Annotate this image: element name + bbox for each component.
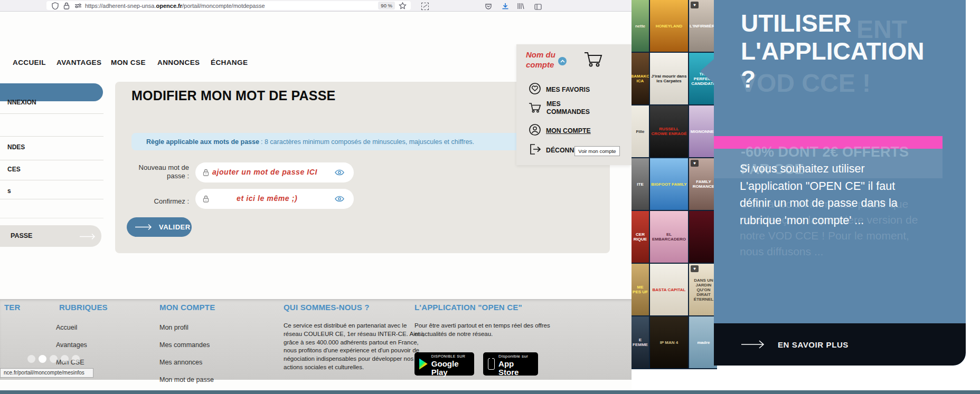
promo-text: Si vous souhaitez utiliser L'application… [740,160,898,229]
google-play-badge[interactable]: DISPONIBLE SUR Google Play [414,352,474,376]
carousel-dot-active[interactable] [39,355,46,363]
carousel-dot[interactable] [61,355,69,363]
library-icon[interactable] [517,2,524,11]
movie-poster[interactable]: BAMAKO ICA [632,53,649,104]
movie-poster[interactable]: ITE [632,158,649,210]
sidebar-item-annonces[interactable]: CES [7,166,21,173]
logout-icon [529,143,541,157]
zoom-level-indicator[interactable]: 90 % [378,2,395,9]
sidebar-toggle-icon[interactable] [534,2,542,11]
movie-poster[interactable]: Fille [632,105,649,157]
heart-badge-icon[interactable]: ♥ [691,2,699,8]
movie-poster[interactable]: BIGFOOT FAMILY [650,158,688,210]
menu-item-label: MES COMMANDES [546,100,590,116]
sidebar-item-connexion[interactable]: NNEXION [7,99,36,106]
nav-mon-cse[interactable]: MON CSE [111,59,146,66]
movie-poster[interactable]: RUSSELL CROWE ENRAGÉ [650,105,688,157]
movie-poster[interactable]: madre [689,316,717,368]
url-subdomain: https://adherent-snep-unsa. [85,3,156,9]
download-icon[interactable] [502,2,509,11]
shield-icon[interactable] [52,1,59,10]
new-password-input[interactable]: ajouter un mot de passe ICI [195,162,354,182]
menu-item-label: MON COMPTE [546,127,591,135]
movie-poster[interactable]: nette [632,0,649,52]
footer-link-mon-mot-de-passe[interactable]: Mon mot de passe [159,376,214,383]
movie-poster[interactable]: EL EMBARCADERO [650,211,688,263]
rule-label: Règle applicable aux mots de passe [146,138,259,146]
account-dropdown: Nom du compte MES FAVORIS MES COMMANDES … [516,44,632,165]
nav-accueil[interactable]: ACCUEIL [13,59,46,66]
footer-link-avantages[interactable]: Avantages [56,341,87,349]
carousel-dot[interactable] [72,355,80,363]
lock-icon[interactable] [63,1,70,10]
bookmark-star-icon[interactable] [399,1,407,10]
movie-poster[interactable]: ♥DANS UN JARDIN QU'ON DIRAIT ÉTERNEL [689,264,717,315]
heart-badge-icon[interactable]: ♥ [691,160,699,167]
submit-button[interactable]: VALIDER [127,217,192,237]
menu-item-label: DÉCONN [546,147,574,155]
movie-poster[interactable]: ♥FAMILY ROMANCE [689,158,717,210]
divider [0,199,103,199]
confirm-password-input[interactable]: et ici le même ;) [195,189,354,209]
browser-toolbar: https://adherent-snep-unsa.opence.fr/por… [0,0,632,12]
address-url[interactable]: https://adherent-snep-unsa.opence.fr/por… [85,3,265,9]
menu-item-favorites[interactable]: MES FAVORIS [529,82,590,97]
sidebar-motdepasse-label: PASSE [11,232,32,239]
en-savoir-plus-button[interactable]: EN SAVOIR PLUS [714,323,966,366]
movie-poster[interactable]: E FEMME [632,316,649,368]
movie-poster[interactable]: BASTA CAPITAL [650,264,688,315]
carousel-dot[interactable] [50,355,58,363]
nav-echange[interactable]: ÉCHANGE [211,59,248,66]
eye-icon[interactable] [335,196,344,202]
badge-big-text: App Store [498,359,519,377]
lock-icon [203,195,209,203]
sidebar-item-motdepasse[interactable]: PASSE [0,225,101,247]
nav-avantages[interactable]: AVANTAGES [56,59,101,66]
menu-item-label: MES FAVORIS [546,86,590,94]
footer-link-mes-commandes[interactable]: Mes commandes [159,341,210,349]
app-store-badge[interactable]: Disponible sur App Store [483,352,538,376]
movie-poster[interactable]: MIGNONNES [689,105,717,157]
movie-poster[interactable]: ME PES UF [632,264,649,315]
chevron-up-icon[interactable] [558,57,567,65]
footer-link-accueil[interactable]: Accueil [56,324,77,331]
carousel-dot[interactable] [27,355,35,363]
url-field[interactable]: https://adherent-snep-unsa.opence.fr/por… [46,1,411,10]
pocket-icon[interactable] [485,2,492,11]
screenshot-extension-icon[interactable] [421,2,429,11]
movie-poster[interactable]: CER RIQUE [632,211,649,263]
new-password-placeholder-note: ajouter un mot de passe ICI [212,168,317,176]
nav-annonces[interactable]: ANNONCES [157,59,200,66]
heart-badge-icon[interactable]: ♥ [691,265,699,272]
google-play-icon [419,359,428,370]
status-link-preview: nce.fr/portail/moncompte/mesinfos [0,368,93,378]
sidebar-item-infos[interactable]: s [7,187,11,195]
cart-icon[interactable] [583,50,603,70]
footer-heading-fragment: TER [4,303,21,312]
eye-icon[interactable] [335,169,344,176]
arrow-right-icon [741,340,767,349]
footer-link-mon-profil[interactable]: Mon profil [159,324,189,331]
permissions-icon[interactable] [74,1,82,10]
movie-poster[interactable] [689,211,717,263]
confirm-password-label: Confirmez : [119,197,189,206]
menu-item-my-account[interactable]: MON COMPTE [529,123,591,138]
footer-about-text: Ce service est distribué en partenariat … [284,322,425,372]
movie-poster[interactable]: IP MAN 4 [650,316,688,368]
movie-poster[interactable]: HONEYLAND [650,0,688,52]
footer: TER RUBRIQUES Accueil Avantages Mon CSE … [0,299,632,380]
movie-poster[interactable]: ♥L'INFIRMIÈRE [689,0,717,52]
badge-small-text: DISPONIBLE SUR [431,354,465,358]
badge-big-text: Google Play [431,359,459,377]
page-title: MODIFIER MON MOT DE PASSE [131,88,336,103]
footer-link-mon-cse[interactable]: Mon CSE [56,359,84,366]
menu-item-orders[interactable]: MES COMMANDES [528,100,590,116]
account-name-trigger[interactable]: Nom du compte [526,50,555,70]
menu-item-logout[interactable]: DÉCONN [529,143,574,157]
movie-poster[interactable]: J'irai mourir dans les Carpates [650,53,688,104]
footer-link-mes-annonces[interactable]: Mes annonces [159,359,202,366]
arrow-right-icon [135,224,154,230]
poster-grid: nette HONEYLAND ♥L'INFIRMIÈRE BAMAKO ICA… [632,0,717,369]
sidebar-item-commandes[interactable]: NDES [7,143,25,151]
divider [0,113,103,114]
